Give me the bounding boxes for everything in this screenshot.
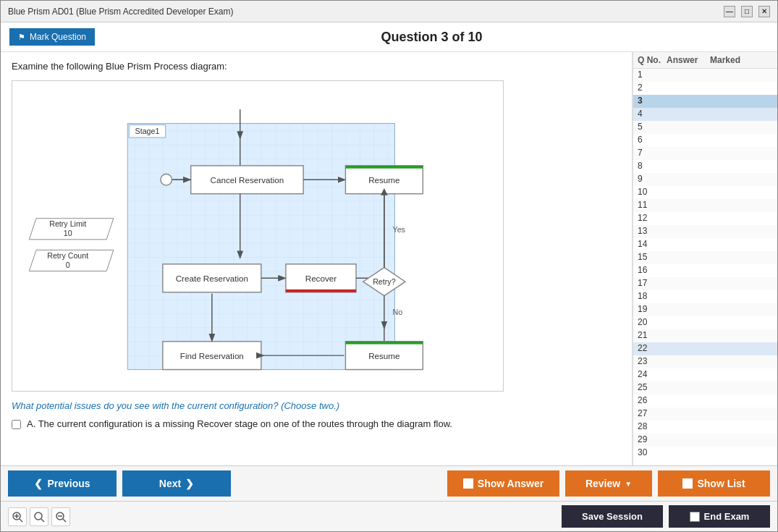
q-answer [667, 226, 710, 237]
svg-line-47 [20, 519, 22, 522]
q-number: 14 [638, 239, 667, 250]
save-session-button[interactable]: Save Session [562, 505, 663, 528]
zoom-in-button[interactable] [8, 507, 27, 526]
q-number: 9 [638, 174, 667, 185]
bottom-navigation-bar: Previous Next Show Answer Review ▼ Show … [1, 465, 777, 501]
toolbar: ⚑ Mark Question Question 3 of 10 [1, 22, 777, 52]
close-button[interactable]: ✕ [758, 6, 770, 17]
mark-question-button[interactable]: ⚑ Mark Question [9, 28, 95, 46]
q-marked [710, 447, 753, 459]
svg-line-51 [41, 519, 44, 522]
question-list-row[interactable]: 6 [633, 134, 777, 147]
question-list-row[interactable]: 27 [633, 408, 777, 421]
q-marked [710, 343, 753, 355]
checkmark-icon [690, 512, 700, 522]
end-exam-button[interactable]: End Exam [669, 505, 770, 528]
question-list-row[interactable]: 15 [633, 251, 777, 264]
question-list-row[interactable]: 1 [633, 69, 777, 82]
question-list-row[interactable]: 24 [633, 368, 777, 381]
question-list-row[interactable]: 26 [633, 394, 777, 408]
checkbox-a[interactable] [12, 420, 21, 429]
diagram-container: Stage1 Retry Limit 10 Retry Count 0 Canc… [12, 80, 504, 392]
question-list-row[interactable]: 14 [633, 238, 777, 251]
q-number: 8 [638, 161, 667, 172]
window-title: Blue Prism AD01 (Blue Prism Accredited D… [8, 7, 233, 17]
stop-icon [463, 478, 473, 489]
q-answer [667, 187, 710, 198]
q-answer [667, 447, 710, 459]
q-answer [667, 356, 710, 368]
question-list-scroll[interactable]: 1234567891011121314151617181920212223242… [633, 69, 777, 465]
svg-rect-38 [345, 342, 423, 345]
question-list-row[interactable]: 5 [633, 121, 777, 134]
flag-icon: ⚑ [18, 33, 25, 42]
question-list-row[interactable]: 22 [633, 342, 777, 355]
question-list-row[interactable]: 20 [633, 316, 777, 329]
q-number: 18 [638, 291, 667, 303]
zoom-out-icon [55, 511, 67, 523]
question-list-row[interactable]: 23 [633, 355, 777, 368]
q-answer [667, 382, 710, 394]
question-list-row[interactable]: 29 [633, 434, 777, 447]
question-list-row[interactable]: 30 [633, 447, 777, 460]
question-list-row[interactable]: 10 [633, 186, 777, 199]
q-answer [667, 265, 710, 276]
question-list-row[interactable]: 16 [633, 264, 777, 277]
question-list-row[interactable]: 12 [633, 212, 777, 225]
svg-rect-1 [127, 124, 394, 370]
question-list-row[interactable]: 19 [633, 303, 777, 316]
next-button[interactable]: Next [122, 470, 231, 497]
q-marked [710, 96, 753, 107]
q-answer [667, 174, 710, 185]
question-list-row[interactable]: 11 [633, 199, 777, 212]
maximize-button[interactable]: □ [741, 6, 753, 17]
header-marked: Marked [710, 55, 753, 65]
q-answer [667, 122, 710, 133]
q-answer [667, 161, 710, 172]
q-answer [667, 369, 710, 381]
question-list-row[interactable]: 25 [633, 381, 777, 394]
q-marked [710, 226, 753, 237]
q-number: 30 [638, 447, 667, 459]
question-list-row[interactable]: 4 [633, 108, 777, 121]
svg-text:No: No [393, 308, 403, 316]
q-answer [667, 434, 710, 446]
svg-text:Resume: Resume [368, 351, 399, 360]
q-number: 25 [638, 382, 667, 394]
q-marked [710, 187, 753, 198]
previous-button[interactable]: Previous [8, 470, 117, 497]
chevron-left-icon [34, 478, 43, 489]
q-marked [710, 278, 753, 290]
zoom-out-button[interactable] [51, 507, 70, 526]
question-list-row[interactable]: 21 [633, 329, 777, 342]
svg-rect-28 [286, 290, 356, 292]
svg-text:Create Reservation: Create Reservation [176, 274, 248, 283]
dropdown-icon: ▼ [625, 480, 632, 488]
process-diagram: Stage1 Retry Limit 10 Retry Count 0 Canc… [20, 88, 496, 384]
q-marked [710, 122, 753, 133]
question-list-row[interactable]: 2 [633, 82, 777, 95]
question-list-row[interactable]: 8 [633, 160, 777, 173]
q-answer [667, 317, 710, 329]
show-answer-button[interactable]: Show Answer [447, 470, 559, 497]
q-marked [710, 317, 753, 329]
question-list-row[interactable]: 17 [633, 277, 777, 290]
review-button[interactable]: Review ▼ [565, 470, 652, 497]
answer-option-a: A. The current configuration is a missin… [12, 418, 621, 429]
question-list-row[interactable]: 28 [633, 421, 777, 434]
question-list-row[interactable]: 7 [633, 147, 777, 160]
svg-text:0: 0 [66, 261, 70, 269]
question-list-row[interactable]: 9 [633, 173, 777, 186]
main-content: Examine the following Blue Prism Process… [1, 52, 633, 465]
q-marked [710, 356, 753, 368]
zoom-reset-button[interactable] [30, 507, 48, 526]
content-area: Examine the following Blue Prism Process… [1, 52, 777, 465]
show-list-button[interactable]: Show List [658, 470, 770, 497]
question-list-row[interactable]: 18 [633, 290, 777, 303]
question-list-row[interactable]: 3 [633, 95, 777, 108]
q-marked [710, 239, 753, 250]
q-marked [710, 83, 753, 94]
q-number: 6 [638, 135, 667, 146]
minimize-button[interactable]: — [724, 6, 735, 17]
question-list-row[interactable]: 13 [633, 225, 777, 238]
